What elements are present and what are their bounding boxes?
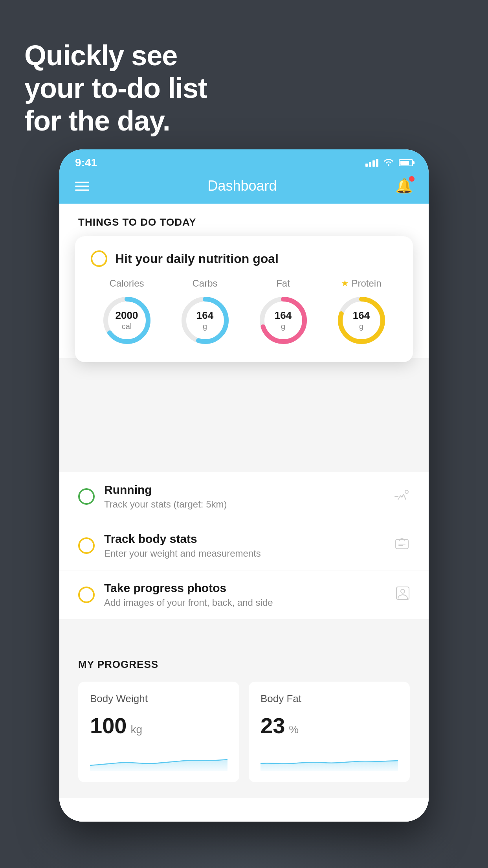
body-stats-text: Track body stats Enter your weight and m… [104, 532, 385, 559]
carbs-label: Carbs [192, 278, 217, 289]
notification-dot [409, 176, 415, 182]
nutrition-card-header: Hit your daily nutrition goal [91, 250, 397, 267]
carbs-donut: 164 g [178, 293, 233, 348]
body-fat-value-row: 23 % [261, 713, 398, 738]
todo-list: Running Track your stats (target: 5km) T… [59, 472, 429, 619]
running-title: Running [104, 483, 385, 497]
body-stats-title: Track body stats [104, 532, 385, 546]
calories-label: Calories [109, 278, 144, 289]
things-today-header: THINGS TO DO TODAY [59, 204, 429, 236]
body-fat-unit: % [289, 723, 299, 736]
running-text: Running Track your stats (target: 5km) [104, 483, 385, 510]
svg-point-10 [401, 589, 405, 593]
wifi-icon [383, 157, 394, 168]
progress-section-header: MY PROGRESS [78, 658, 410, 671]
protein-donut: 164 g [334, 293, 389, 348]
status-bar: 9:41 [59, 149, 429, 171]
running-icon [394, 488, 410, 505]
carbs-metric: Carbs 164 g [178, 278, 233, 348]
protein-label: ★ Protein [341, 278, 381, 289]
calories-value-inner: 2000 cal [116, 309, 138, 331]
nav-title: Dashboard [207, 178, 277, 194]
photos-subtitle: Add images of your front, back, and side [104, 597, 386, 608]
battery-icon [399, 159, 413, 166]
content-area: THINGS TO DO TODAY Hit your daily nutrit… [59, 204, 429, 822]
hamburger-menu-icon[interactable] [75, 182, 89, 191]
todo-item-running[interactable]: Running Track your stats (target: 5km) [59, 472, 429, 521]
calories-metric: Calories 2000 cal [99, 278, 154, 348]
protein-metric: ★ Protein 164 g [334, 278, 389, 348]
progress-section: MY PROGRESS Body Weight 100 kg [59, 643, 429, 798]
todo-item-photos[interactable]: Take progress photos Add images of your … [59, 570, 429, 619]
protein-star-icon: ★ [341, 278, 349, 289]
time: 9:41 [75, 156, 97, 169]
phone-frame: 9:41 Da [59, 149, 429, 822]
photos-radio[interactable] [78, 587, 95, 603]
running-subtitle: Track your stats (target: 5km) [104, 499, 385, 510]
carbs-value-inner: 164 g [196, 309, 213, 331]
body-stats-subtitle: Enter your weight and measurements [104, 548, 385, 559]
body-fat-title: Body Fat [261, 693, 398, 705]
protein-value-inner: 164 g [353, 309, 370, 331]
status-icons [365, 157, 413, 168]
body-weight-value: 100 [90, 713, 127, 738]
signal-bars-icon [365, 159, 378, 167]
body-fat-card[interactable]: Body Fat 23 % [249, 682, 410, 782]
body-fat-value: 23 [261, 713, 285, 738]
fat-label: Fat [276, 278, 290, 289]
nutrition-radio-button[interactable] [91, 250, 107, 267]
progress-cards: Body Weight 100 kg [78, 682, 410, 782]
fat-metric: Fat 164 g [256, 278, 311, 348]
person-icon [396, 586, 410, 604]
nutrition-metrics: Calories 2000 cal [91, 278, 397, 348]
photos-text: Take progress photos Add images of your … [104, 581, 386, 608]
nutrition-card-title: Hit your daily nutrition goal [115, 252, 279, 266]
body-weight-unit: kg [130, 723, 142, 736]
hero-text: Quickly see your to-do list for the day. [24, 39, 207, 137]
todo-item-body-stats[interactable]: Track body stats Enter your weight and m… [59, 521, 429, 570]
body-fat-sparkline [261, 748, 398, 771]
body-weight-title: Body Weight [90, 693, 227, 705]
fat-donut: 164 g [256, 293, 311, 348]
running-radio[interactable] [78, 488, 95, 505]
nav-bar: Dashboard 🔔 [59, 171, 429, 204]
body-weight-value-row: 100 kg [90, 713, 227, 738]
body-weight-card[interactable]: Body Weight 100 kg [78, 682, 239, 782]
scale-icon [394, 537, 410, 555]
fat-value-inner: 164 g [275, 309, 292, 331]
photos-title: Take progress photos [104, 581, 386, 595]
nutrition-card: Hit your daily nutrition goal Calories [75, 236, 413, 362]
body-weight-sparkline [90, 748, 227, 771]
body-stats-radio[interactable] [78, 537, 95, 554]
calories-donut: 2000 cal [99, 293, 154, 348]
notification-bell-icon[interactable]: 🔔 [395, 178, 413, 194]
